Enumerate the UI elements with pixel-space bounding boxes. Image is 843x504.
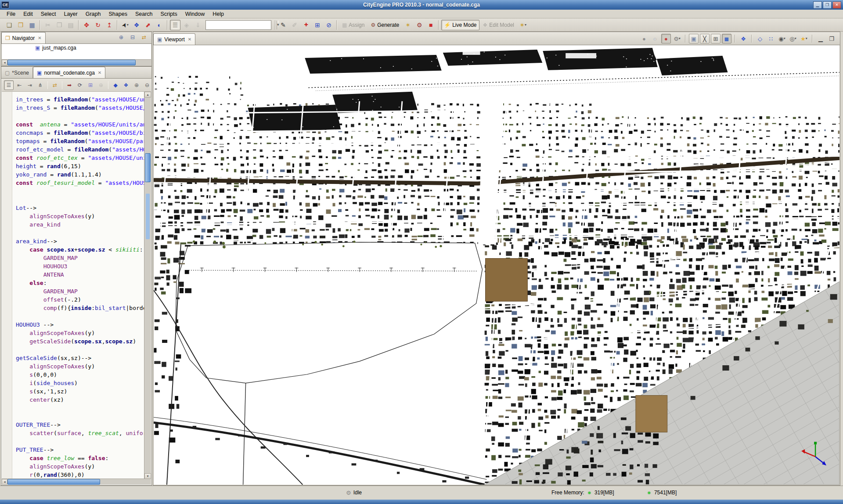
paste-button[interactable]: ▤ bbox=[65, 20, 76, 30]
zoom-out-button[interactable]: ⊖ bbox=[142, 80, 152, 90]
minimize-window-button[interactable]: ▁ bbox=[813, 1, 822, 9]
menu-item-graph[interactable]: Graph bbox=[82, 10, 105, 18]
move-tool-button[interactable]: ✥ bbox=[81, 20, 92, 30]
link-model-button[interactable]: ⊞ bbox=[86, 80, 95, 90]
tab-scene[interactable]: ▢ *Scene bbox=[1, 67, 33, 78]
shading-flat-button[interactable]: ● bbox=[639, 34, 649, 43]
sort-rules-button[interactable]: ⇤ bbox=[14, 80, 24, 90]
zoom-in-button[interactable]: ⊕ bbox=[132, 80, 141, 90]
outline-toggle-button[interactable]: ☰ bbox=[4, 80, 14, 90]
scroll-thumb[interactable] bbox=[7, 479, 100, 485]
generate-button[interactable]: ⚙ Generate bbox=[368, 20, 402, 30]
scroll-left-stepper[interactable]: ◂ bbox=[2, 60, 7, 65]
live-mode-toggle[interactable]: ⚡ Live Mode bbox=[441, 20, 479, 30]
frame-all-button[interactable]: ∷ bbox=[766, 34, 776, 43]
generate-settings-button[interactable]: ⚙ bbox=[414, 20, 425, 30]
bookmarks-button[interactable]: ★▾ bbox=[799, 34, 809, 43]
close-tab-icon[interactable]: ✕ bbox=[38, 36, 41, 40]
maximize-view-button[interactable]: ❐ bbox=[827, 34, 836, 43]
chevron-down-icon: ▾ bbox=[806, 37, 807, 40]
scroll-up-stepper[interactable]: ▴ bbox=[144, 92, 151, 97]
select-all-shapes-button[interactable]: ❖ bbox=[121, 80, 131, 90]
tab-cga-file[interactable]: ▣ normal_codenate.cga ✕ bbox=[33, 67, 105, 78]
select-shapes-button[interactable]: ◆ bbox=[111, 80, 120, 90]
shading-smooth-button[interactable]: ● bbox=[650, 34, 660, 43]
scroll-thumb[interactable] bbox=[145, 153, 151, 182]
menu-item-layer[interactable]: Layer bbox=[60, 10, 81, 18]
editor-hscrollbar[interactable]: ◂ bbox=[2, 479, 151, 485]
isolate-selection-button[interactable]: ❖ bbox=[739, 34, 748, 43]
scroll-thumb[interactable] bbox=[7, 60, 136, 65]
tools-dropdown-button[interactable]: ✶▾ bbox=[518, 20, 528, 30]
expand-rules-button[interactable]: ⇥ bbox=[25, 80, 35, 90]
editor-vscrollbar[interactable]: ▴ ▾ bbox=[144, 92, 151, 479]
close-window-button[interactable]: ✕ bbox=[832, 1, 841, 9]
edit-model-button[interactable]: ❖ Edit Model bbox=[480, 20, 517, 30]
menu-item-help[interactable]: Help bbox=[209, 10, 228, 18]
shaded-mode-button[interactable]: ◼ bbox=[722, 34, 731, 43]
wand-button[interactable]: ✶ bbox=[403, 20, 413, 30]
wireframe-button[interactable]: ╳ bbox=[700, 34, 710, 43]
shading-textured-button[interactable]: ● bbox=[661, 34, 671, 43]
menu-item-file[interactable]: File bbox=[3, 10, 19, 18]
orbit-select-button[interactable]: ◐ bbox=[154, 20, 165, 30]
tab-navigator[interactable]: ❐ Navigator ✕ bbox=[1, 32, 46, 43]
frame-selection-button[interactable]: ◇ bbox=[755, 34, 765, 43]
close-tab-icon[interactable]: ✕ bbox=[188, 37, 191, 42]
navigator-file-item[interactable]: ▣ just_maps.cga bbox=[35, 45, 76, 51]
polygon-create-button[interactable]: ✎ bbox=[278, 20, 288, 30]
rule-tree-button[interactable]: ⋔ bbox=[36, 80, 45, 90]
swap-editor-button[interactable]: ⇄ bbox=[50, 80, 60, 90]
cut-button[interactable]: ✂ bbox=[43, 20, 53, 30]
code-line: OUTER_TREE--> bbox=[16, 421, 144, 429]
render-settings-button[interactable]: ⚙▾ bbox=[672, 34, 682, 43]
snap-drop-button[interactable]: ⇓ bbox=[193, 20, 203, 30]
show-textures-button[interactable]: ▣ bbox=[689, 34, 699, 43]
minimize-view-button[interactable]: ▁ bbox=[816, 34, 825, 43]
scale-tool-button[interactable]: ↥ bbox=[104, 20, 115, 30]
inspect-button[interactable]: ⊕ bbox=[96, 80, 106, 90]
snap-vertex-button[interactable]: ◈ bbox=[181, 20, 192, 30]
close-tab-icon[interactable]: ✕ bbox=[98, 70, 101, 75]
navigator-link-editor-button[interactable]: ⇄ bbox=[140, 33, 148, 42]
toolbar-search-input[interactable] bbox=[206, 21, 277, 29]
navigator-search-button[interactable]: ⊕ bbox=[117, 33, 126, 42]
edit-model-label: Edit Model bbox=[489, 22, 514, 28]
add-shape-button[interactable]: ⊞ bbox=[312, 20, 323, 30]
menu-item-search[interactable]: Search bbox=[131, 10, 157, 18]
apply-rule-button[interactable]: ➡ bbox=[65, 80, 74, 90]
add-vertex-button[interactable]: ✚ bbox=[301, 20, 311, 30]
selection-paint-button[interactable]: ❖ bbox=[131, 20, 142, 30]
menu-item-edit[interactable]: Edit bbox=[19, 10, 37, 18]
camera-menu-button[interactable]: ◉▾ bbox=[777, 34, 787, 43]
code-editor[interactable]: in_trees = fileRandom("assets/HOUSE/unit… bbox=[12, 92, 144, 479]
regenerate-model-button[interactable]: ⟳ bbox=[75, 80, 85, 90]
navigator-tree[interactable]: ▣ just_maps.cga bbox=[2, 44, 151, 60]
select-tool-button[interactable]: ➤▾ bbox=[120, 20, 130, 30]
snap-mode-button[interactable]: ☰ bbox=[170, 20, 180, 30]
menu-item-shapes[interactable]: Shapes bbox=[104, 10, 131, 18]
menu-item-window[interactable]: Window bbox=[181, 10, 209, 18]
navigator-hscrollbar[interactable]: ◂ bbox=[2, 59, 151, 65]
scroll-left-stepper[interactable]: ◂ bbox=[2, 479, 7, 485]
backface-culling-button[interactable]: ⊞ bbox=[711, 34, 721, 43]
apply-rule-icon: ➡ bbox=[67, 83, 72, 88]
menu-item-select[interactable]: Select bbox=[37, 10, 60, 18]
new-file-button[interactable]: ❏ bbox=[4, 20, 14, 30]
maximize-window-button[interactable]: ❐ bbox=[823, 1, 832, 9]
navigator-collapse-all-button[interactable]: ⊟ bbox=[128, 33, 137, 42]
menu-item-scripts[interactable]: Scripts bbox=[157, 10, 181, 18]
assign-button[interactable]: ▦ Assign bbox=[339, 20, 367, 30]
viewport-3d-scene[interactable] bbox=[154, 45, 839, 485]
split-shape-button[interactable]: ⊘ bbox=[324, 20, 334, 30]
rotate-tool-button[interactable]: ↻ bbox=[93, 20, 103, 30]
stop-button[interactable]: ■ bbox=[425, 20, 436, 30]
save-button[interactable]: ▦ bbox=[27, 20, 37, 30]
viewport-3d-view[interactable] bbox=[154, 45, 839, 485]
tab-viewport[interactable]: ▣ Viewport ✕ bbox=[153, 33, 195, 45]
copy-button[interactable]: ❒ bbox=[54, 20, 65, 30]
polygon-edit-button[interactable]: ✐ bbox=[289, 20, 300, 30]
view-settings-button[interactable]: ◎▾ bbox=[788, 34, 798, 43]
open-button[interactable]: ❐ bbox=[15, 20, 26, 30]
rectangle-select-button[interactable]: ⬈ bbox=[143, 20, 153, 30]
